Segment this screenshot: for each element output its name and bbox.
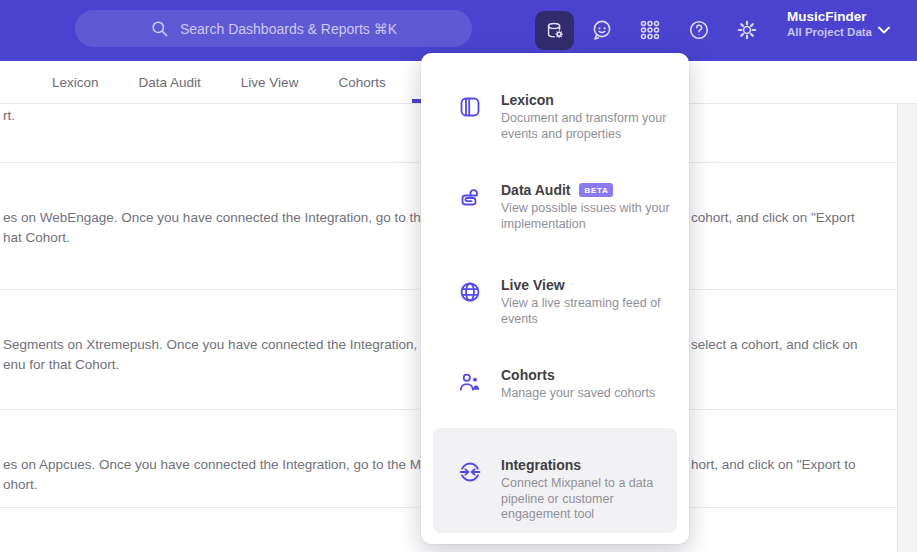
menu-item-integrations[interactable]: Integrations Connect Mixpanel to a data … <box>433 428 677 533</box>
row-text: ohort. <box>3 476 38 494</box>
row-text: cohort, and click on "Export <box>691 209 855 227</box>
dots-grid-icon <box>638 18 662 42</box>
help-button[interactable] <box>687 18 711 42</box>
row-text: es on WebEngage. Once you have connected… <box>3 209 428 227</box>
menu-item-description: View possible issues with your implement… <box>501 201 677 232</box>
beta-badge: BETA <box>579 183 613 197</box>
menu-item-description: Document and transform your events and p… <box>501 111 677 142</box>
tab-cohorts[interactable]: Cohorts <box>338 75 385 90</box>
menu-item-title: Cohorts <box>501 367 555 384</box>
apps-menu-button[interactable] <box>638 18 662 42</box>
book-icon <box>458 95 482 123</box>
tab-lexicon[interactable]: Lexicon <box>52 75 99 90</box>
menu-item-data-audit[interactable]: Data Audit BETA View possible issues wit… <box>433 182 677 232</box>
people-icon <box>458 370 482 398</box>
settings-button[interactable] <box>735 18 759 42</box>
search-icon <box>150 19 169 38</box>
tab-data-audit[interactable]: Data Audit <box>139 75 201 90</box>
project-scope: All Project Data <box>787 25 872 40</box>
menu-item-description: Manage your saved cohorts <box>501 386 677 402</box>
search-input[interactable]: Search Dashboards & Reports ⌘K <box>75 10 472 47</box>
menu-item-title: Data Audit <box>501 182 570 199</box>
menu-item-title: Integrations <box>501 457 581 474</box>
menu-item-live-view[interactable]: Live View View a live streaming feed of … <box>433 277 677 327</box>
database-gear-icon <box>544 20 566 42</box>
top-navbar: Search Dashboards & Reports ⌘K <box>0 0 917 61</box>
row-text: hort, and click on "Export to <box>691 456 856 474</box>
audit-lock-icon <box>458 185 482 213</box>
menu-item-description: Connect Mixpanel to a data pipeline or c… <box>501 476 677 523</box>
globe-icon <box>458 280 482 308</box>
tab-live-view[interactable]: Live View <box>241 75 299 90</box>
gear-icon <box>735 18 759 42</box>
menu-item-description: View a live streaming feed of events <box>501 296 677 327</box>
data-management-button[interactable] <box>535 11 574 50</box>
menu-item-cohorts[interactable]: Cohorts Manage your saved cohorts <box>433 367 677 402</box>
row-text: es on Appcues. Once you have connected t… <box>3 456 421 474</box>
menu-item-lexicon[interactable]: Lexicon Document and transform your even… <box>433 92 677 142</box>
row-text: Segments on Xtremepush. Once you have co… <box>3 336 417 354</box>
data-management-dropdown: Lexicon Document and transform your even… <box>421 53 689 544</box>
row-text: enu for that Cohort. <box>3 356 119 374</box>
sync-arrows-icon <box>458 460 482 488</box>
page-right-gutter <box>897 104 917 552</box>
chevron-down-icon[interactable] <box>878 26 890 34</box>
project-switcher[interactable]: MusicFinder All Project Data <box>787 8 872 40</box>
menu-item-title: Live View <box>501 277 565 294</box>
row-text: hat Cohort. <box>3 229 70 247</box>
row-text: select a cohort, and click on <box>691 336 858 354</box>
row-text: rt. <box>3 107 15 125</box>
menu-item-title: Lexicon <box>501 92 554 109</box>
search-placeholder: Search Dashboards & Reports ⌘K <box>180 21 397 37</box>
feedback-button[interactable] <box>590 18 614 42</box>
project-name: MusicFinder <box>787 8 872 25</box>
question-circle-icon <box>687 18 711 42</box>
chat-smiley-icon <box>590 18 614 42</box>
